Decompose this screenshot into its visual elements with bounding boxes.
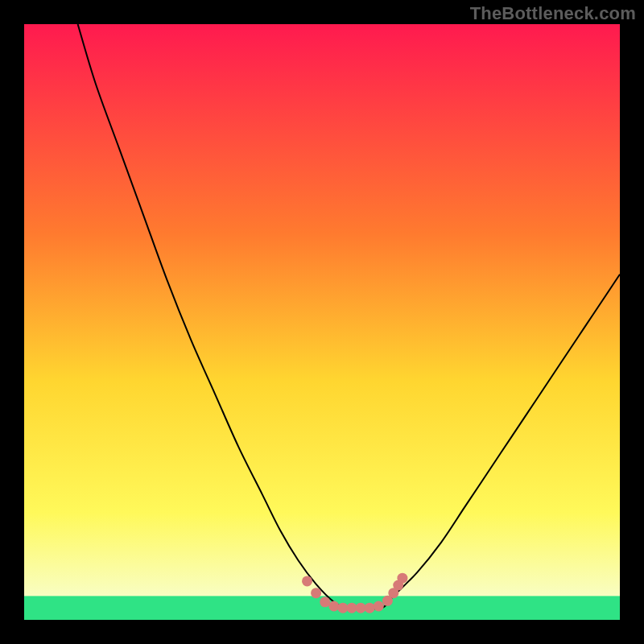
plot-area	[24, 24, 620, 620]
chart-stage: TheBottleneck.com	[0, 0, 644, 644]
marker-point	[356, 603, 366, 613]
marker-point	[311, 588, 321, 598]
marker-point	[347, 603, 357, 613]
marker-point	[365, 603, 375, 613]
watermark-text: TheBottleneck.com	[470, 3, 636, 24]
marker-point	[397, 573, 407, 584]
chart-svg	[24, 24, 620, 620]
marker-point	[302, 576, 312, 586]
marker-point	[320, 597, 330, 607]
marker-point	[374, 601, 384, 611]
marker-point	[328, 601, 339, 611]
marker-point	[337, 603, 348, 613]
gradient-background	[24, 24, 620, 620]
